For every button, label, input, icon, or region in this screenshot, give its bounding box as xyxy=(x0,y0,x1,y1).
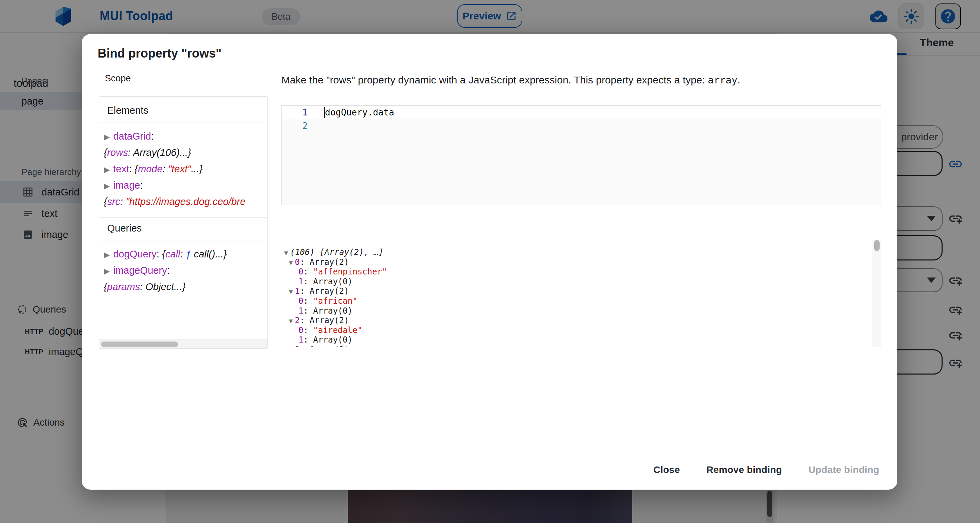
code-segment: 1 xyxy=(298,277,303,286)
divider xyxy=(99,217,267,218)
disclosure-triangle-icon[interactable]: ▶ xyxy=(104,182,110,190)
code-segment: "https://images.dog.ceo/bre xyxy=(126,196,245,207)
editor-code[interactable]: dogQuery.data xyxy=(316,107,395,118)
code-segment: dataGrid xyxy=(113,131,151,142)
code-segment: call xyxy=(165,249,180,260)
code-segment: 1 xyxy=(298,335,303,344)
scope-label: Scope xyxy=(105,73,131,84)
scope-browser: Elements ▶dataGrid:{rows: Array(106)...}… xyxy=(99,96,268,349)
disclosure-triangle-icon[interactable]: ▼ xyxy=(289,346,293,347)
code-segment: ...} xyxy=(191,163,202,174)
bind-description: Make the "rows" property dynamic with a … xyxy=(282,74,740,86)
elements-header: Elements xyxy=(107,105,148,116)
code-segment: : xyxy=(303,325,313,335)
code-segment: : xyxy=(303,296,313,306)
code-segment: call()...} xyxy=(194,249,227,260)
code-segment: rows xyxy=(107,147,128,158)
result-scrollbar[interactable] xyxy=(872,240,881,347)
close-button[interactable]: Close xyxy=(648,460,685,480)
scope-horizontal-scrollbar[interactable] xyxy=(99,340,267,348)
code-segment: : Array(2) xyxy=(300,286,349,296)
scope-scrollbar-thumb[interactable] xyxy=(101,341,178,347)
dialog-title: Bind property "rows" xyxy=(98,46,221,61)
tree-row[interactable]: ▼(106) [Array(2), …] xyxy=(284,247,387,257)
disclosure-triangle-icon[interactable]: ▶ xyxy=(104,132,110,141)
tree-row[interactable]: ▼2: Array(2) xyxy=(284,316,387,325)
result-json-tree[interactable]: ▼(106) [Array(2), …]▼0: Array(2)0: "affe… xyxy=(284,247,387,347)
scope-row[interactable]: ▶imageQuery: xyxy=(104,262,267,279)
code-segment: (106) [Array(2), …] xyxy=(290,247,383,257)
scope-row[interactable]: ▶text: {mode: "text"...} xyxy=(104,161,267,177)
code-segment: : Object...} xyxy=(140,281,185,292)
code-segment: { xyxy=(104,147,107,158)
code-segment: 0 xyxy=(298,325,303,335)
queries-header: Queries xyxy=(107,223,142,234)
scope-row[interactable]: {src: "https://images.dog.ceo/bre xyxy=(104,193,267,210)
tree-row[interactable]: ▼0: Array(2) xyxy=(284,257,387,267)
code-segment: ƒ xyxy=(186,249,194,260)
code-segment: : Array(2) xyxy=(300,316,349,325)
code-segment: : xyxy=(120,196,126,207)
line-number: 2 xyxy=(282,121,316,131)
code-segment: : Array(0) xyxy=(303,335,353,344)
code-segment: text xyxy=(113,163,129,174)
code-segment: { xyxy=(104,281,107,292)
code-segment: "affenpinscher" xyxy=(313,267,387,276)
scope-row[interactable]: ▶dogQuery: {call: ƒ call()...} xyxy=(104,246,267,262)
tree-row[interactable]: 1: Array(0) xyxy=(284,335,387,345)
tree-row[interactable]: ▼3: Array(2) xyxy=(284,345,387,347)
disclosure-triangle-icon[interactable]: ▶ xyxy=(104,266,110,276)
disclosure-triangle-icon[interactable]: ▶ xyxy=(104,250,110,259)
scope-row[interactable]: {params: Object...} xyxy=(104,279,267,295)
code-segment: mode xyxy=(138,163,163,174)
code-segment: : xyxy=(180,249,185,260)
tree-row[interactable]: 1: Array(0) xyxy=(284,306,387,316)
scope-row[interactable]: ▶dataGrid: xyxy=(104,128,267,144)
update-binding-button[interactable]: Update binding xyxy=(803,460,885,480)
tree-row[interactable]: 0: "affenpinscher" xyxy=(284,267,387,277)
code-segment: : Array(0) xyxy=(303,277,353,286)
editor-line-1[interactable]: 1 dogQuery.data xyxy=(282,105,881,119)
code-segment: : Array(2) xyxy=(300,345,349,347)
bind-property-dialog: Bind property "rows" Scope Elements ▶dat… xyxy=(82,34,897,490)
code-segment: : xyxy=(156,249,162,260)
tree-row[interactable]: 0: "african" xyxy=(284,296,387,306)
queries-tree[interactable]: ▶dogQuery: {call: ƒ call()...}▶imageQuer… xyxy=(104,246,267,295)
code-segment: 0 xyxy=(298,267,303,276)
disclosure-triangle-icon[interactable]: ▼ xyxy=(289,259,293,266)
editor-line-2[interactable]: 2 xyxy=(282,119,881,133)
disclosure-triangle-icon[interactable]: ▼ xyxy=(289,317,293,324)
code-segment: : xyxy=(163,163,168,174)
tree-row[interactable]: 0: "airedale" xyxy=(284,325,387,335)
code-segment: src xyxy=(107,196,121,207)
tree-row[interactable]: 1: Array(0) xyxy=(284,277,387,287)
expression-code-editor[interactable]: 1 dogQuery.data 2 xyxy=(282,105,881,205)
code-segment: : xyxy=(151,131,154,142)
code-segment: image xyxy=(113,180,140,191)
divider xyxy=(99,123,267,123)
code-segment: 0 xyxy=(298,296,303,306)
code-segment: : xyxy=(140,180,143,191)
disclosure-triangle-icon[interactable]: ▶ xyxy=(104,165,110,174)
code-segment: "african" xyxy=(313,296,357,306)
code-segment: "airedale" xyxy=(313,325,363,335)
code-segment: { xyxy=(162,249,165,260)
code-segment: imageQuery xyxy=(113,265,167,276)
disclosure-triangle-icon[interactable]: ▼ xyxy=(284,249,288,257)
scope-row[interactable]: ▶image: xyxy=(104,177,267,193)
code-segment: 0 xyxy=(295,257,299,267)
dialog-actions: Close Remove binding Update binding xyxy=(648,460,885,480)
remove-binding-button[interactable]: Remove binding xyxy=(701,460,788,480)
text-cursor xyxy=(324,107,325,118)
scope-row[interactable]: {rows: Array(106)...} xyxy=(104,144,267,161)
tree-row[interactable]: ▼1: Array(2) xyxy=(284,286,387,296)
line-number: 1 xyxy=(282,107,316,118)
code-segment: : Array(0) xyxy=(303,306,353,316)
code-segment: : xyxy=(129,163,134,174)
code-segment: 2 xyxy=(295,316,299,325)
result-scrollbar-thumb[interactable] xyxy=(874,240,880,251)
elements-tree[interactable]: ▶dataGrid:{rows: Array(106)...}▶text: {m… xyxy=(104,128,267,210)
code-segment: : Array(106)...} xyxy=(128,147,191,158)
disclosure-triangle-icon[interactable]: ▼ xyxy=(289,288,293,295)
code-segment: { xyxy=(104,196,107,207)
